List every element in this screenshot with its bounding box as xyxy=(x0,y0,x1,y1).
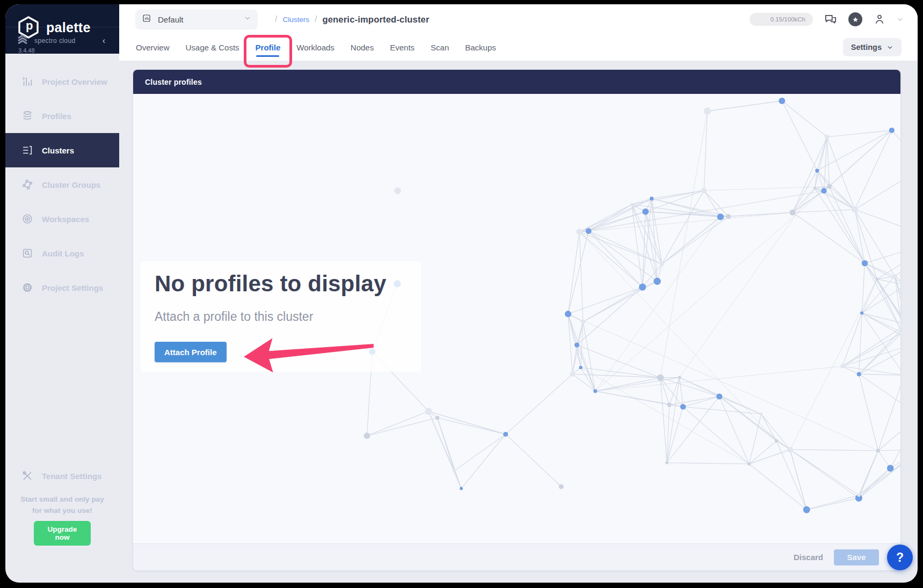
tab-workloads[interactable]: Workloads xyxy=(296,34,335,61)
tab-label: Workloads xyxy=(296,43,335,52)
sidebar-item-label: Project Settings xyxy=(42,283,103,292)
tab-label: Usage & Costs xyxy=(186,43,239,52)
target-icon xyxy=(21,213,33,225)
list-icon xyxy=(21,144,33,156)
tab-scan[interactable]: Scan xyxy=(431,34,449,61)
breadcrumb-separator: / xyxy=(315,14,317,24)
panel-footer: Discard Save xyxy=(133,543,900,570)
attach-profile-button[interactable]: Attach Profile xyxy=(155,342,227,362)
discard-button[interactable]: Discard xyxy=(794,553,823,562)
chevron-down-icon[interactable] xyxy=(897,16,904,23)
sidebar-item-clusters[interactable]: Clusters xyxy=(5,133,119,167)
sidebar-item-workspaces[interactable]: Workspaces xyxy=(5,202,119,236)
search-doc-icon xyxy=(21,247,33,259)
active-tab-underline xyxy=(256,55,279,57)
upgrade-now-button[interactable]: Upgrade now xyxy=(34,521,91,546)
app-window: p palette 3.4.48 Project Overview Profil… xyxy=(5,4,918,583)
settings-button[interactable]: Settings xyxy=(843,38,902,56)
tab-nodes[interactable]: Nodes xyxy=(351,34,374,61)
sidebar-item-label: Project Overview xyxy=(42,77,107,86)
help-button[interactable]: ? xyxy=(887,545,913,570)
panel-title: Cluster profiles xyxy=(145,78,202,86)
spectro-cloud-logo-icon xyxy=(16,33,29,48)
network-icon xyxy=(21,179,33,190)
user-icon[interactable] xyxy=(873,13,886,26)
tab-overview[interactable]: Overview xyxy=(136,34,170,61)
tab-backups[interactable]: Backups xyxy=(465,34,496,61)
star-badge-icon[interactable]: ★ xyxy=(848,12,862,26)
sidebar-item-project-settings[interactable]: Project Settings xyxy=(5,270,119,305)
annotation-arrow xyxy=(241,333,376,374)
mini-chart-icon xyxy=(142,13,151,25)
sidebar-item-label: Workspaces xyxy=(42,215,89,224)
tab-usage-costs[interactable]: Usage & Costs xyxy=(186,34,239,61)
topbar: Default / Clusters / generic-imported-cl… xyxy=(119,4,918,61)
cluster-tabs: Overview Usage & Costs Profile Workloads… xyxy=(136,34,496,61)
bar-chart-icon xyxy=(21,76,33,87)
breadcrumb-current: generic-imported-cluster xyxy=(322,14,429,25)
tab-label: Overview xyxy=(136,43,170,52)
project-selector-value: Default xyxy=(158,15,237,24)
collapse-sidebar-icon[interactable]: ‹ xyxy=(103,36,108,46)
sidebar-item-label: Audit Logs xyxy=(42,249,84,258)
tab-label: Profile xyxy=(256,43,281,52)
sidebar-item-label: Profiles xyxy=(42,112,71,121)
gear-icon xyxy=(21,282,33,293)
project-selector[interactable]: Default xyxy=(135,10,258,30)
sidebar-item-profiles[interactable]: Profiles xyxy=(5,99,119,133)
settings-button-label: Settings xyxy=(851,43,882,52)
panel-body: No profiles to display Attach a profile … xyxy=(133,94,900,543)
chat-icon[interactable] xyxy=(824,12,838,26)
tab-profile[interactable]: Profile xyxy=(256,34,281,61)
cluster-profiles-panel: Cluster profiles No profiles to display … xyxy=(133,70,900,570)
empty-state-title: No profiles to display xyxy=(155,271,407,297)
sidebar-item-cluster-groups[interactable]: Cluster Groups xyxy=(5,167,119,202)
chevron-down-icon xyxy=(244,14,251,24)
chevron-down-icon xyxy=(886,44,893,51)
tab-label: Events xyxy=(390,43,415,52)
panel-header: Cluster profiles xyxy=(133,70,900,94)
sidebar-item-project-overview[interactable]: Project Overview xyxy=(5,64,119,99)
usage-badge: 0.15/100kCh xyxy=(750,13,813,26)
tab-label: Scan xyxy=(431,43,449,52)
breadcrumb-link-clusters[interactable]: Clusters xyxy=(282,16,309,24)
empty-state-subtitle: Attach a profile to this cluster xyxy=(155,310,407,324)
sidebar-footer: spectro cloud ‹ xyxy=(5,27,119,54)
tab-events[interactable]: Events xyxy=(390,34,415,61)
sidebar-item-label: Cluster Groups xyxy=(42,180,100,189)
tab-label: Backups xyxy=(465,43,496,52)
sidebar-item-tenant-settings[interactable]: Tenant Settings xyxy=(5,461,119,491)
spectro-cloud-name: spectro cloud xyxy=(34,37,97,45)
save-button[interactable]: Save xyxy=(834,549,879,565)
sidebar-item-label: Clusters xyxy=(42,146,74,155)
sidebar-item-audit-logs[interactable]: Audit Logs xyxy=(5,236,119,270)
sidebar: p palette 3.4.48 Project Overview Profil… xyxy=(5,4,119,54)
tab-label: Nodes xyxy=(351,43,374,52)
tenant-settings-label: Tenant Settings xyxy=(42,472,101,481)
breadcrumb-separator: / xyxy=(275,14,277,24)
layers-icon xyxy=(21,110,33,122)
tools-icon xyxy=(21,470,33,482)
sidebar-nav: Project Overview Profiles Clusters Clust… xyxy=(5,64,119,305)
breadcrumb: / Clusters / generic-imported-cluster xyxy=(275,14,430,25)
upgrade-promo-text: Start small and only pay for what you us… xyxy=(5,494,119,516)
